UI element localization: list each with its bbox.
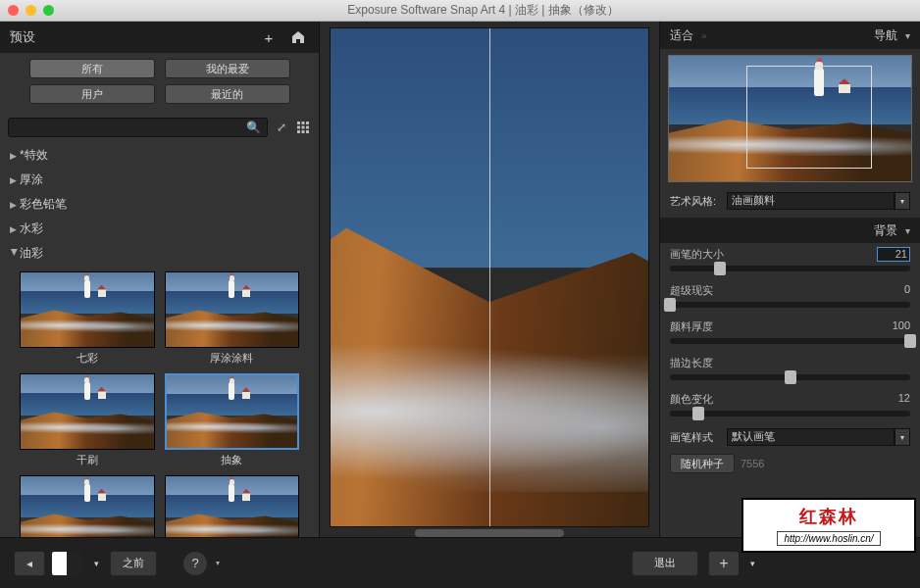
svg-rect-5 [306, 126, 309, 129]
preview-image[interactable] [330, 27, 649, 527]
slider-value[interactable]: 12 [877, 392, 910, 407]
add-icon[interactable]: + [708, 551, 740, 576]
help-dropdown-icon[interactable]: ▾ [216, 559, 220, 567]
category-oil[interactable]: ▶油彩 [8, 241, 311, 266]
category-impasto[interactable]: ▶厚涂 [8, 168, 311, 192]
category-watercolor[interactable]: ▶水彩 [8, 217, 311, 241]
help-icon[interactable]: ? [182, 551, 208, 576]
chevron-down-icon[interactable]: ▾ [905, 225, 910, 236]
add-dropdown-icon[interactable]: ▾ [745, 551, 759, 576]
view-mode-prev-icon[interactable]: ◂ [14, 551, 45, 576]
preset-filters: 所有 我的最爱 用户 最近的 [0, 53, 319, 116]
title-bar: Exposure Software Snap Art 4 | 油彩 | 抽象（修… [0, 0, 920, 22]
slider-track[interactable] [670, 338, 910, 344]
art-style-label: 艺术风格: [670, 194, 727, 209]
art-style-row: 艺术风格: 油画颜料 ▾ [660, 188, 920, 214]
fit-label[interactable]: 适合 [670, 27, 693, 44]
split-view-icon[interactable] [51, 551, 82, 576]
close-window-icon[interactable] [8, 5, 19, 16]
svg-rect-8 [306, 130, 309, 133]
slider-4: 颜色变化12 [660, 388, 920, 424]
maximize-window-icon[interactable] [43, 5, 54, 16]
slider-label: 颜色变化 [670, 392, 713, 407]
preset-thumb-vignette[interactable]: 晕影 [20, 475, 155, 537]
chevron-down-icon[interactable]: ▾ [905, 30, 910, 41]
watermark: 红森林 http://www.hoslin.cn/ [741, 498, 916, 553]
category-colored-pencil[interactable]: ▶彩色铅笔 [8, 192, 311, 217]
slider-label: 超级现实 [670, 283, 713, 298]
before-button[interactable]: 之前 [110, 551, 157, 576]
preset-thumb-impasto-paint[interactable]: 厚涂涂料 [165, 271, 300, 366]
settings-panel: 适合 » 导航 ▾ 艺术风格: 油画颜料 ▾ 背景 ▾ 画笔的大小21超级现实0… [659, 22, 920, 537]
slider-value[interactable]: 100 [877, 319, 910, 334]
traffic-lights [8, 5, 54, 16]
view-mode-dropdown-icon[interactable]: ▾ [88, 551, 104, 576]
home-icon[interactable] [287, 26, 309, 48]
presets-header: 预设 + [0, 22, 319, 53]
split-divider[interactable] [489, 28, 490, 526]
seed-value: 7556 [741, 458, 764, 469]
svg-rect-3 [297, 126, 300, 129]
navigator-header: 适合 » 导航 ▾ [660, 22, 920, 49]
presets-title: 预设 [10, 28, 35, 46]
navigator-title: 导航 [874, 27, 897, 44]
slider-value[interactable]: 0 [877, 283, 910, 298]
svg-rect-7 [302, 130, 305, 133]
category-list: ▶*特效 ▶厚涂 ▶彩色铅笔 ▶水彩 ▶油彩 七彩 厚涂涂料 干刷 [0, 143, 319, 537]
presets-panel: 预设 + 所有 我的最爱 用户 最近的 🔍 ⤢ [0, 22, 320, 537]
slider-1: 超级现实0 [660, 279, 920, 316]
slider-0: 画笔的大小21 [660, 243, 920, 279]
brush-style-dropdown-icon[interactable]: ▾ [894, 428, 910, 446]
svg-rect-1 [302, 122, 305, 124]
collapse-icon[interactable]: ⤢ [274, 120, 289, 135]
preview-panel [320, 22, 659, 537]
slider-3: 描边长度 [660, 352, 920, 388]
filter-favorites-button[interactable]: 我的最爱 [165, 59, 290, 78]
category-effects[interactable]: ▶*特效 [8, 143, 311, 168]
grid-view-icon[interactable] [295, 120, 311, 135]
search-field[interactable] [15, 122, 246, 133]
slider-thumb[interactable] [904, 334, 916, 348]
slider-thumb[interactable] [785, 370, 796, 384]
navigator-thumbnail[interactable] [668, 55, 912, 182]
art-style-dropdown-icon[interactable]: ▾ [894, 192, 910, 210]
add-preset-icon[interactable]: + [258, 26, 280, 48]
slider-thumb[interactable] [692, 407, 704, 420]
preset-thumb-colorful[interactable]: 七彩 [20, 271, 155, 366]
preset-thumbnails: 七彩 厚涂涂料 干刷 抽象 晕影 [8, 266, 311, 537]
window-title: Exposure Software Snap Art 4 | 油彩 | 抽象（修… [54, 2, 912, 19]
preset-thumb-dry-brush[interactable]: 干刷 [20, 373, 155, 467]
preview-scrollbar[interactable] [415, 529, 564, 537]
navigator-viewport-box[interactable] [746, 66, 872, 169]
preset-thumb-detail[interactable]: 细节 [165, 475, 300, 537]
slider-track[interactable] [670, 411, 910, 416]
slider-value[interactable]: 21 [877, 247, 910, 262]
background-section-header[interactable]: 背景 ▾ [660, 218, 920, 243]
filter-all-button[interactable]: 所有 [29, 59, 155, 78]
search-icon[interactable]: 🔍 [246, 121, 261, 134]
slider-thumb[interactable] [714, 262, 726, 275]
svg-rect-0 [297, 122, 300, 124]
watermark-title: 红森林 [799, 505, 858, 528]
slider-label: 描边长度 [670, 356, 713, 370]
watermark-url: http://www.hoslin.cn/ [777, 531, 880, 546]
slider-track[interactable] [670, 302, 910, 308]
slider-track[interactable] [670, 266, 910, 271]
filter-recent-button[interactable]: 最近的 [165, 84, 290, 104]
brush-style-label: 画笔样式 [670, 430, 727, 445]
preset-search-input[interactable]: 🔍 [8, 118, 268, 137]
art-style-select[interactable]: 油画颜料 [727, 192, 894, 210]
slider-track[interactable] [670, 374, 910, 380]
brush-style-select[interactable]: 默认画笔 [727, 428, 894, 446]
minimize-window-icon[interactable] [26, 5, 36, 16]
filter-user-button[interactable]: 用户 [29, 84, 155, 104]
svg-rect-6 [297, 130, 300, 133]
exit-button[interactable]: 退出 [632, 551, 698, 576]
svg-rect-2 [306, 122, 309, 124]
zoom-steps-icon[interactable]: » [701, 30, 707, 41]
svg-rect-4 [302, 126, 305, 129]
preset-thumb-abstract[interactable]: 抽象 [165, 373, 300, 467]
slider-label: 颜料厚度 [670, 319, 713, 334]
slider-thumb[interactable] [664, 298, 676, 312]
random-seed-button[interactable]: 随机种子 [670, 454, 735, 473]
